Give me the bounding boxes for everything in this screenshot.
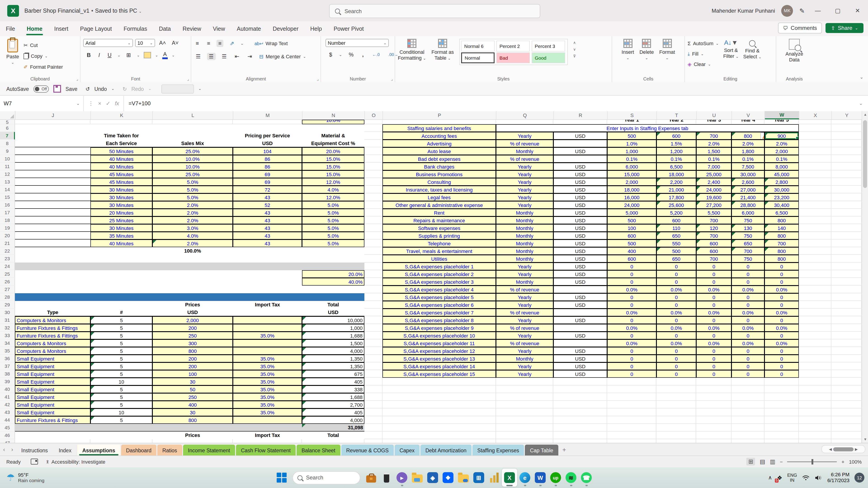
cell-Q5[interactable] [496,120,553,124]
cell-T41[interactable] [656,393,696,401]
start-button[interactable] [274,468,289,487]
font-family-combo[interactable]: Arial⌄ [83,39,133,47]
cell-V42[interactable] [732,401,765,409]
cell-V13[interactable]: 2,600 [732,178,765,186]
italic-button[interactable]: I [96,52,102,58]
macro-record-icon[interactable] [31,459,38,464]
cell-N7[interactable]: Material & [302,132,364,140]
cell-M30[interactable] [233,308,302,316]
cell-Y24[interactable] [831,263,862,270]
vertical-scroll-thumb[interactable] [863,120,867,188]
row-header-10[interactable]: 10 [0,155,15,163]
cell-V41[interactable] [732,393,765,401]
cell-Y37[interactable] [831,362,862,370]
cell-R9[interactable]: USD [553,147,607,155]
cell-V11[interactable]: 7,500 [732,163,765,170]
row-header-6[interactable]: 6 [0,124,15,132]
cell-Y26[interactable] [831,278,862,286]
cell-K42[interactable]: 5 [90,401,152,409]
cell-Y42[interactable] [831,401,862,409]
cell-X10[interactable] [799,155,831,163]
cell-Q29[interactable]: Yearly [496,301,553,308]
cell-W22[interactable]: 800 [765,247,799,255]
scroll-left-icon[interactable]: ◀ [829,447,832,451]
cell-Q33[interactable]: Yearly [496,332,553,339]
cell-N41[interactable]: 1,688 [302,393,364,401]
cell-T46[interactable] [656,431,696,439]
cell-O13[interactable] [364,178,382,186]
cell-R47[interactable] [553,439,607,443]
cell-X14[interactable] [799,186,831,193]
cell-W25[interactable]: 0 [765,270,799,278]
cell-V26[interactable]: 0 [732,278,765,286]
cell-T22[interactable]: 500 [656,247,696,255]
cell-X42[interactable] [799,401,831,409]
cell-Q32[interactable]: % of revenue [496,324,553,332]
cell-W11[interactable]: 8,000 [765,163,799,170]
cell-O38[interactable] [364,370,382,378]
taskbar-app-video-chat[interactable]: ▸ [394,468,410,487]
cell-P14[interactable]: Insurance, taxes and licensing [382,186,496,193]
cell-U30[interactable]: 0.0% [696,308,732,316]
gallery-down-icon[interactable]: ∨ [573,47,576,52]
cancel-icon[interactable]: × [98,100,101,107]
cell-S42[interactable] [607,401,656,409]
cell-N8[interactable]: Equipment Cost % [302,140,364,147]
cell-R27[interactable] [553,286,607,293]
cell-R12[interactable]: USD [553,170,607,178]
taskbar-search[interactable]: Search [292,471,360,484]
cell-Q41[interactable] [496,393,553,401]
cell-X39[interactable] [799,378,831,385]
cell-V16[interactable]: 28,800 [732,201,765,209]
cell-P16[interactable]: Other general & administrative expense [382,201,496,209]
cell-V7[interactable]: 800! [732,132,765,140]
cell-V27[interactable]: 0.0% [732,286,765,293]
cell-W12[interactable]: 45,000 [765,170,799,178]
row-header-16[interactable]: 16 [0,201,15,209]
volume-icon[interactable] [815,475,822,481]
cell-X31[interactable] [799,316,831,324]
cell-L46[interactable]: Prices [152,431,233,439]
sheet-tab-staffing-expenses[interactable]: Staffing Expenses [472,445,524,456]
cell-Q10[interactable]: % of revenue [496,155,553,163]
cell-X32[interactable] [799,324,831,332]
cell-Y8[interactable] [831,140,862,147]
cell-V8[interactable]: 2.0% [732,140,765,147]
taskbar-app-upwork[interactable]: up [548,468,563,487]
cell-N15[interactable]: 12.0% [302,193,364,201]
row-header-32[interactable]: 32 [0,324,15,332]
zoom-out-button[interactable]: − [780,459,783,464]
menu-tab-insert[interactable]: Insert [49,21,74,36]
cell-X20[interactable] [799,232,831,239]
cell-X28[interactable] [799,293,831,301]
cell-M20[interactable]: 43 [233,232,302,239]
cell-Q12[interactable]: Yearly [496,170,553,178]
cell-L27[interactable] [152,286,233,293]
cell-U12[interactable]: 25,000 [696,170,732,178]
cell-K33[interactable]: 5 [90,332,152,339]
cell-R29[interactable]: USD [553,301,607,308]
cell-S17[interactable]: 5,000 [607,209,656,217]
menu-tab-review[interactable]: Review [177,21,207,36]
cell-W41[interactable] [765,393,799,401]
cell-U44[interactable] [696,416,732,424]
cell-V21[interactable]: 650 [732,239,765,247]
cell-X46[interactable] [799,431,831,439]
cell-X35[interactable] [799,347,831,355]
cell-M32[interactable] [233,324,302,332]
grow-font-button[interactable]: A˄ [157,40,168,46]
cell-Q46[interactable] [496,431,553,439]
cell-J19[interactable] [15,224,90,232]
cell-M9[interactable]: 104 [233,147,302,155]
taskbar-app-file-explorer[interactable] [410,468,425,487]
cell-O18[interactable] [364,217,382,224]
copy-button[interactable]: Copy⌄ [24,52,63,61]
cell-T20[interactable]: 650 [656,232,696,239]
cell-U42[interactable] [696,401,732,409]
zoom-slider[interactable] [787,461,837,462]
cell-U13[interactable]: 2,400 [696,178,732,186]
cell-N6[interactable] [302,124,364,132]
cell-V40[interactable] [732,385,765,393]
cell-V25[interactable]: 0 [732,270,765,278]
sort-filter-button[interactable]: A↓▼ Sort &Filter ⌄ [723,39,739,69]
